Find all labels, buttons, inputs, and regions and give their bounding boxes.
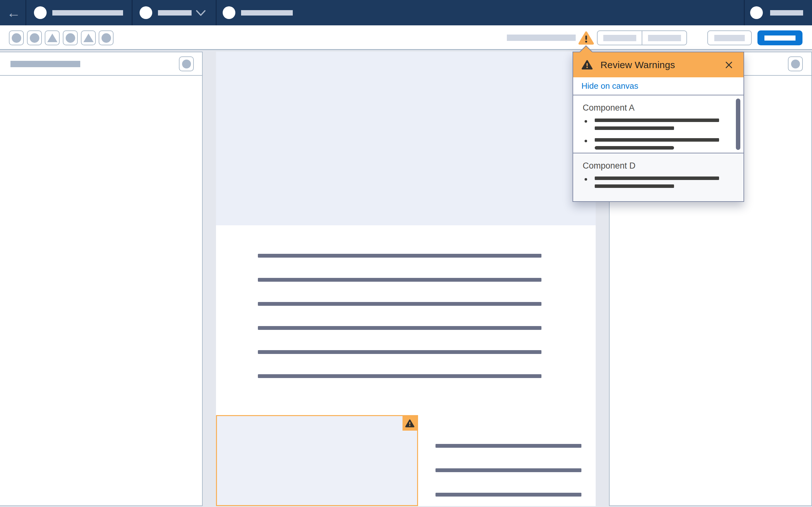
- text-line-placeholder: [258, 350, 542, 354]
- text-line-placeholder: [258, 374, 542, 378]
- warning-section-component-d: Component D: [573, 153, 744, 201]
- tool-button-1[interactable]: [9, 31, 24, 45]
- component-warning-badge[interactable]: [403, 416, 417, 431]
- hide-on-canvas-link[interactable]: Hide on canvas: [581, 81, 638, 91]
- button-label-placeholder: [714, 35, 745, 41]
- circle-icon: [101, 33, 111, 43]
- warning-icon: [405, 419, 415, 428]
- panel-collapse-button[interactable]: [179, 56, 194, 71]
- text-line-placeholder: [436, 493, 581, 497]
- triangle-icon: [84, 34, 94, 42]
- tool-button-4[interactable]: [63, 31, 78, 45]
- secondary-button[interactable]: [707, 31, 752, 45]
- header-divider: [132, 0, 133, 25]
- button-label-placeholder: [764, 36, 796, 41]
- warning-text-placeholder: [595, 138, 719, 142]
- warning-item: [583, 118, 724, 130]
- nav-label-placeholder: [158, 10, 192, 15]
- user-avatar: [750, 6, 763, 19]
- warning-icon: [581, 60, 593, 70]
- bullet-icon: [585, 178, 587, 181]
- hero-image-placeholder[interactable]: [216, 52, 596, 225]
- text-line-placeholder: [258, 302, 542, 306]
- circle-icon: [182, 60, 191, 68]
- primary-action-button[interactable]: [757, 31, 803, 45]
- view-segmented-control: [597, 31, 687, 45]
- popover-title: Review Warnings: [600, 60, 715, 70]
- close-button[interactable]: [722, 59, 735, 71]
- global-header: ←: [0, 0, 812, 25]
- segment-label-placeholder: [648, 35, 681, 41]
- circle-icon: [30, 33, 39, 43]
- user-name-placeholder: [770, 10, 803, 15]
- text-line-placeholder: [258, 254, 542, 258]
- left-panel-header: [0, 52, 202, 76]
- panel-collapse-button[interactable]: [788, 56, 803, 71]
- warning-icon: [578, 31, 594, 45]
- warning-text-placeholder: [595, 184, 674, 188]
- text-line-placeholder: [258, 278, 542, 282]
- review-warnings-popover: Review Warnings Hide on canvas Component…: [572, 52, 744, 202]
- close-icon: [725, 61, 733, 69]
- circle-icon: [12, 33, 21, 43]
- text-line-placeholder: [258, 326, 542, 330]
- component-title: Component A: [583, 103, 724, 113]
- avatar: [140, 6, 152, 19]
- tool-button-5[interactable]: [81, 31, 96, 45]
- flagged-component[interactable]: [216, 415, 418, 506]
- avatar: [34, 6, 47, 19]
- popover-actions-row: Hide on canvas: [573, 77, 744, 95]
- circle-icon: [791, 60, 800, 68]
- warning-text-placeholder: [595, 118, 719, 122]
- warnings-toggle-button[interactable]: [577, 30, 595, 46]
- popover-scrollbar-thumb[interactable]: [736, 99, 740, 150]
- segment-button-2[interactable]: [642, 31, 687, 45]
- panel-title-placeholder: [10, 61, 80, 67]
- tool-button-2[interactable]: [27, 31, 42, 45]
- component-title: Component D: [583, 161, 724, 171]
- warning-text-placeholder: [595, 176, 719, 180]
- segment-button-1[interactable]: [598, 31, 642, 45]
- tool-button-3[interactable]: [45, 31, 60, 45]
- nav-label-placeholder: [52, 10, 123, 15]
- popover-header: Review Warnings: [573, 52, 744, 77]
- segment-label-placeholder: [603, 35, 636, 41]
- triangle-icon: [47, 34, 57, 42]
- text-line-placeholder: [436, 444, 581, 448]
- tool-button-6[interactable]: [99, 31, 113, 45]
- nav-label-placeholder: [241, 10, 293, 15]
- status-text-placeholder: [507, 35, 576, 41]
- warning-item: [583, 138, 724, 150]
- warning-text-placeholder: [595, 146, 674, 150]
- text-line-placeholder: [436, 468, 581, 472]
- warning-section-component-a: Component A: [573, 95, 744, 153]
- back-arrow-icon: ←: [7, 6, 20, 20]
- warning-text-placeholder: [595, 126, 674, 130]
- bullet-icon: [585, 120, 587, 123]
- bullet-icon: [585, 140, 587, 142]
- back-button[interactable]: ←: [3, 0, 24, 25]
- header-divider: [216, 0, 217, 25]
- header-divider: [744, 0, 745, 25]
- builder-toolbar: [0, 25, 812, 50]
- chevron-down-icon[interactable]: [195, 9, 206, 17]
- header-divider: [26, 0, 26, 25]
- left-sidebar-panel: [0, 52, 203, 506]
- page-canvas[interactable]: [216, 52, 596, 506]
- avatar: [223, 6, 235, 19]
- circle-icon: [66, 33, 75, 43]
- warning-item: [583, 176, 724, 188]
